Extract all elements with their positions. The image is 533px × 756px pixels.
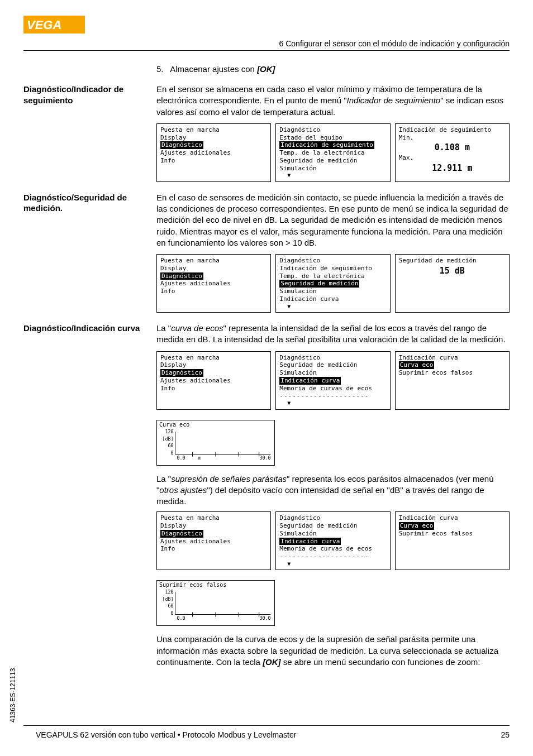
svg-text:[dB]: [dB] (162, 436, 173, 441)
lcd-row-2: Puesta en marchaDisplayDiagnósticoAjuste… (156, 254, 510, 313)
para-seguimiento: En el sensor se almacena en cada caso el… (156, 84, 510, 118)
para-seguridad: En el caso de sensores de medición sin c… (156, 192, 510, 248)
lcd-graph: Curva eco120[dB]6000.0m30.0 (156, 420, 275, 466)
ok-key: [OK] (257, 64, 275, 74)
svg-text:30.0: 30.0 (259, 454, 270, 460)
heading-seguimiento: Diagnóstico/Indicador de seguimiento (23, 84, 156, 118)
logo: VEGA (23, 16, 85, 36)
svg-text:m: m (198, 454, 201, 460)
step-num: 5. (156, 64, 164, 74)
svg-text:60: 60 (168, 603, 173, 609)
lcd-display: Seguridad de medición15 dB (395, 254, 510, 313)
lcd-display: Diagnóstico Estado del equipo Indicación… (275, 123, 390, 182)
heading-seguridad: Diagnóstico/Seguridad de medición. (23, 192, 156, 248)
svg-text:VEGA: VEGA (27, 18, 61, 32)
para-curva: La "curva de ecos" representa la intensi… (156, 323, 510, 346)
graph-curva-eco: Curva eco120[dB]6000.0m30.0 (156, 420, 510, 466)
svg-text:0.0: 0.0 (177, 615, 185, 621)
svg-text:[dB]: [dB] (162, 596, 173, 602)
lcd-display: Indicación curvaCurva ecoSuprimir ecos f… (395, 511, 510, 570)
divider-bottom (23, 725, 510, 726)
footer-text: VEGAPULS 62 versión con tubo vertical • … (36, 730, 296, 739)
svg-text:0: 0 (170, 449, 173, 455)
svg-text:0.0: 0.0 (177, 454, 185, 460)
lcd-display: Diagnóstico Indicación de seguimiento Te… (275, 254, 390, 313)
svg-text:60: 60 (168, 443, 173, 448)
lcd-display: Diagnóstico Seguridad de medición Simula… (275, 351, 390, 410)
para-supresion: La "supresión de señales parásitas" repr… (156, 473, 510, 508)
svg-text:30.0: 30.0 (259, 615, 270, 621)
lcd-graph: Suprimir ecos falsos120[dB]6000.030.0 (156, 580, 275, 626)
page-number: 25 (501, 730, 510, 739)
lcd-row-1: Puesta en marchaDisplayDiagnósticoAjuste… (156, 123, 510, 182)
lcd-display: Puesta en marchaDisplayDiagnósticoAjuste… (156, 123, 271, 182)
lcd-row-3: Puesta en marchaDisplayDiagnósticoAjuste… (156, 351, 510, 410)
svg-text:120: 120 (165, 590, 173, 595)
doc-code: 41363-ES-121113 (9, 668, 17, 722)
lcd-display: Indicación de seguimientoMin.0.108 mMax.… (395, 123, 510, 182)
lcd-display: Puesta en marchaDisplayDiagnósticoAjuste… (156, 511, 271, 570)
svg-text:120: 120 (165, 429, 173, 434)
lcd-display: Puesta en marchaDisplayDiagnósticoAjuste… (156, 254, 271, 313)
step-text: Almacenar ajustes con (170, 64, 257, 74)
graph-suprimir: Suprimir ecos falsos120[dB]6000.030.0 (156, 580, 510, 626)
chapter-header: 6 Configurar el sensor con el módulo de … (279, 39, 510, 48)
lcd-row-4: Puesta en marchaDisplayDiagnósticoAjuste… (156, 511, 510, 570)
lcd-display: Puesta en marchaDisplayDiagnósticoAjuste… (156, 351, 271, 410)
heading-curva: Diagnóstico/Indicación curva (23, 323, 156, 346)
lcd-display: Diagnóstico Seguridad de medición Simula… (275, 511, 390, 570)
lcd-display: Indicación curvaCurva ecoSuprimir ecos f… (395, 351, 510, 410)
step-line: 5. Almacenar ajustes con [OK] (156, 64, 510, 74)
para-zoom: Una comparación de la curva de ecos y de… (156, 634, 510, 668)
divider-top (23, 50, 510, 51)
svg-text:0: 0 (170, 610, 173, 616)
